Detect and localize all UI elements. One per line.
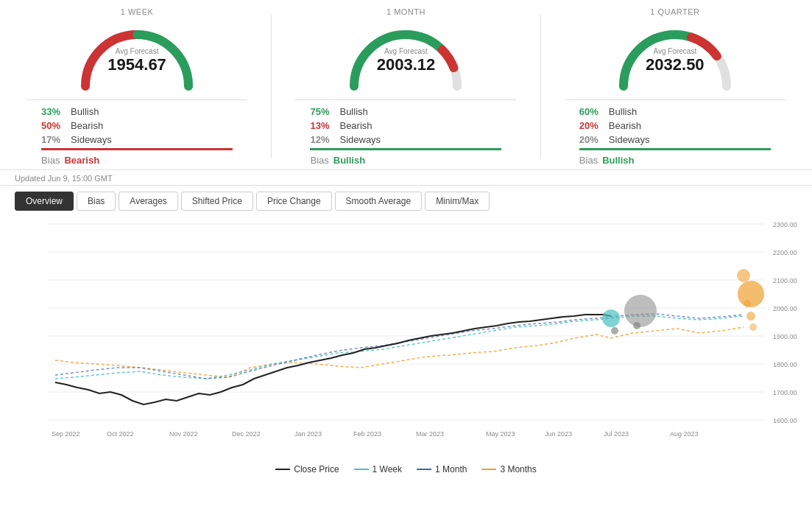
tab-overview[interactable]: Overview — [15, 192, 74, 211]
bearish-label-week: Bearish — [71, 120, 103, 131]
bearish-label-quarter: Bearish — [609, 120, 641, 131]
legend-close-label: Close Price — [294, 464, 339, 474]
svg-text:May 2023: May 2023 — [486, 430, 515, 438]
bullish-pct-quarter: 60% — [579, 106, 609, 117]
svg-text:Jul 2023: Jul 2023 — [604, 430, 629, 438]
svg-point-20 — [737, 269, 750, 282]
tab-smooth-average[interactable]: Smooth Average — [335, 192, 423, 211]
legend-3months-icon — [481, 469, 496, 470]
gauge-month: Avg Forecast 2003.12 — [339, 20, 472, 94]
svg-point-17 — [611, 327, 618, 334]
main-chart: 2300.00 2200.00 2100.00 2000.00 1900.00 … — [15, 217, 797, 445]
legend-3months-label: 3 Months — [500, 464, 536, 474]
bullish-pct-week: 33% — [41, 106, 71, 117]
legend-month: 1 Month — [417, 464, 467, 474]
bias-bar-week — [41, 148, 233, 150]
panel-month-title: 1 MONTH — [295, 7, 516, 16]
svg-text:Nov 2022: Nov 2022 — [169, 430, 198, 438]
bias-value-week: Bearish — [64, 155, 99, 166]
tab-minim-max[interactable]: Minim/Max — [425, 192, 490, 211]
bullish-label-quarter: Bullish — [609, 106, 637, 117]
legend-close-icon — [275, 469, 290, 470]
avg-text-month: Avg Forecast — [377, 47, 436, 55]
sideways-row-quarter: 20% Sideways — [579, 134, 771, 145]
sideways-pct-month: 12% — [310, 134, 339, 145]
svg-text:2200.00: 2200.00 — [773, 249, 797, 256]
bullish-row-week: 33% Bullish — [41, 106, 233, 117]
stats-week: 33% Bullish 50% Bearish 17% Sideways Bia… — [27, 106, 247, 166]
bias-row-week: Bias Bearish — [41, 155, 233, 166]
legend-week: 1 Week — [354, 464, 402, 474]
bearish-label-month: Bearish — [339, 120, 372, 131]
bearish-row-quarter: 20% Bearish — [579, 120, 771, 131]
bearish-pct-week: 50% — [41, 120, 71, 131]
legend-month-label: 1 Month — [435, 464, 467, 474]
bullish-pct-month: 75% — [310, 106, 339, 117]
tab-bias[interactable]: Bias — [77, 192, 116, 211]
chart-area: 2300.00 2200.00 2100.00 2000.00 1900.00 … — [0, 217, 812, 460]
bearish-pct-quarter: 20% — [579, 120, 609, 131]
svg-text:1900.00: 1900.00 — [773, 333, 797, 340]
sideways-label-week: Sideways — [71, 134, 112, 145]
panel-week: 1 WEEK Avg Forecast 1954.67 33% Bullish — [27, 7, 247, 166]
svg-text:2100.00: 2100.00 — [773, 277, 797, 284]
divider-month — [295, 99, 516, 100]
gauge-week: Avg Forecast 1954.67 — [71, 20, 203, 94]
svg-text:1700.00: 1700.00 — [773, 389, 797, 396]
bias-text-week: Bias — [41, 155, 60, 166]
bias-bar-month — [310, 148, 501, 150]
svg-text:Mar 2023: Mar 2023 — [416, 430, 444, 438]
tab-price-change[interactable]: Price Change — [256, 192, 332, 211]
svg-text:Dec 2022: Dec 2022 — [232, 430, 261, 438]
avg-text-week: Avg Forecast — [107, 47, 166, 55]
bullish-row-quarter: 60% Bullish — [579, 106, 771, 117]
bullish-row-month: 75% Bullish — [310, 106, 501, 117]
sideways-pct-quarter: 20% — [579, 134, 609, 145]
divider-v1 — [271, 15, 272, 158]
bias-value-month: Bullish — [333, 155, 365, 166]
legend-close: Close Price — [275, 464, 339, 474]
tab-shifted-price[interactable]: Shifted Price — [181, 192, 253, 211]
svg-point-24 — [749, 323, 757, 331]
chart-legend: Close Price 1 Week 1 Month 3 Months — [0, 460, 812, 477]
panel-week-title: 1 WEEK — [27, 7, 247, 16]
bias-value-quarter: Bullish — [602, 155, 634, 166]
divider-quarter — [565, 99, 785, 100]
bias-row-month: Bias Bullish — [310, 155, 501, 166]
panel-quarter: 1 QUARTER Avg Forecast 2032.50 60% Bulli… — [565, 7, 785, 166]
svg-text:2300.00: 2300.00 — [773, 221, 797, 228]
avg-value-week: 1954.67 — [107, 55, 166, 74]
bearish-pct-month: 13% — [310, 120, 339, 131]
sideways-pct-week: 17% — [41, 134, 71, 145]
svg-text:Sep 2022: Sep 2022 — [52, 430, 80, 438]
bullish-label-month: Bullish — [339, 106, 367, 117]
svg-point-21 — [738, 281, 764, 307]
stats-month: 75% Bullish 13% Bearish 12% Sideways Bia… — [295, 106, 516, 166]
legend-month-icon — [417, 469, 431, 470]
bearish-row-week: 50% Bearish — [41, 120, 233, 131]
bullish-label-week: Bullish — [71, 106, 99, 117]
panel-quarter-title: 1 QUARTER — [565, 7, 785, 16]
avg-value-quarter: 2032.50 — [646, 55, 705, 74]
svg-text:Feb 2023: Feb 2023 — [353, 430, 381, 438]
bias-text-month: Bias — [310, 155, 328, 166]
sideways-row-month: 12% Sideways — [310, 134, 501, 145]
gauge-month-label: Avg Forecast 2003.12 — [377, 47, 436, 74]
bearish-row-month: 13% Bearish — [310, 120, 501, 131]
svg-point-23 — [744, 300, 751, 307]
legend-week-label: 1 Week — [373, 464, 402, 474]
gauge-quarter: Avg Forecast 2032.50 — [609, 20, 741, 94]
svg-text:2000.00: 2000.00 — [773, 305, 797, 312]
svg-text:1600.00: 1600.00 — [773, 417, 797, 424]
bias-row-quarter: Bias Bullish — [579, 155, 771, 166]
avg-value-month: 2003.12 — [377, 55, 436, 74]
sideways-label-month: Sideways — [339, 134, 381, 145]
divider-week — [27, 99, 247, 100]
divider-v2 — [540, 15, 541, 158]
legend-3months: 3 Months — [481, 464, 536, 474]
updated-timestamp: Updated Jun 9, 15:00 GMT — [0, 170, 812, 186]
panel-month: 1 MONTH Avg Forecast 2003.12 75% Bullish… — [295, 7, 516, 166]
svg-text:Jun 2023: Jun 2023 — [545, 430, 572, 438]
svg-text:Aug 2023: Aug 2023 — [670, 430, 699, 438]
tab-averages[interactable]: Averages — [119, 192, 177, 211]
